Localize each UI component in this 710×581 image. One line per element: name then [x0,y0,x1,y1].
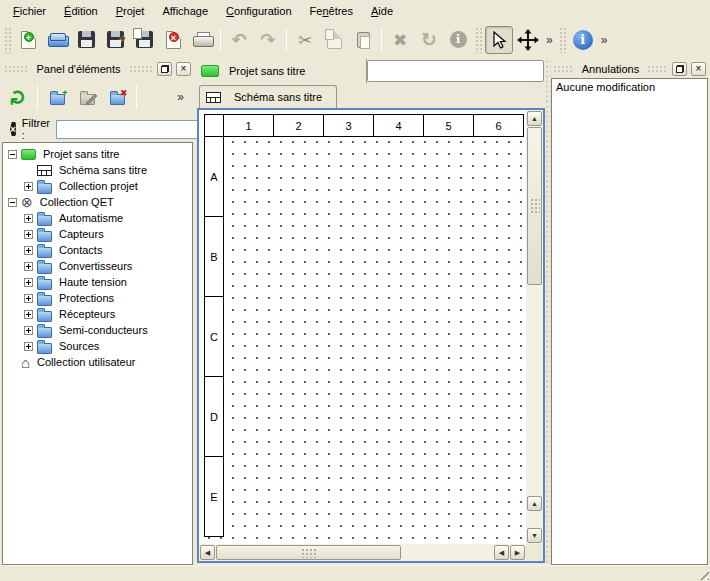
tree-item[interactable]: Projet sans titre [3,146,192,162]
copy-button[interactable] [320,26,348,54]
edit-category-button[interactable] [73,83,101,111]
print-button[interactable] [188,26,216,54]
tree-expander[interactable] [24,262,33,271]
float-panel-button[interactable] [672,62,687,76]
float-panel-button[interactable] [157,62,172,76]
tree-item[interactable]: ⊗ Collection QET [3,194,192,210]
tree-item[interactable]: Récepteurs [3,306,192,322]
save-icon [78,31,95,48]
rotate-button[interactable]: ↻ [415,26,443,54]
cut-button[interactable]: ✂ [291,26,319,54]
toolbar-handle[interactable] [4,27,11,53]
toolbar-overflow-chevron[interactable]: » [543,33,556,47]
paste-button[interactable] [349,26,377,54]
scroll-left-button[interactable]: ◀ [200,545,215,560]
undo-panel-header[interactable]: Annulations × [551,59,708,78]
select-tool-button[interactable] [485,26,513,54]
tree-item[interactable]: Protections [3,290,192,306]
redo-icon: ↷ [260,31,275,49]
cursor-arrow-icon [491,31,507,49]
tree-item[interactable]: Schéma sans titre [3,162,192,178]
tree-expander[interactable] [24,246,33,255]
element-info-button[interactable]: i [444,26,472,54]
save-all-button[interactable] [130,26,158,54]
clear-filter-icon[interactable]: × [10,122,16,136]
vertical-scroll-thumb[interactable] [527,127,542,285]
save-button[interactable] [72,26,100,54]
tree-item[interactable]: Collection projet [3,178,192,194]
delete-folder-icon: ✖ [110,94,125,105]
diagram-sheet: 123456 ABCDE [204,114,524,537]
close-panel-button[interactable]: × [691,62,706,76]
tree-expander[interactable] [24,326,33,335]
project-tab[interactable]: Projet sans titre [197,59,367,83]
scroll-up-button[interactable]: ▲ [527,496,542,511]
tree-expander[interactable] [24,294,33,303]
menu-item[interactable]: Configuration [217,2,300,20]
tree-expander[interactable] [24,278,33,287]
tree-expander[interactable] [24,310,33,319]
ruler-column-label: 3 [324,114,374,137]
menu-item[interactable]: Édition [55,2,107,20]
tree-item-label: Récepteurs [57,307,117,321]
tree-item[interactable]: Sources [3,338,192,354]
toolbar-handle[interactable] [475,27,482,53]
resize-grip[interactable] [696,567,709,580]
menu-item[interactable]: Projet [107,2,154,20]
scroll-up-button[interactable]: ▲ [527,111,542,126]
tree-item[interactable]: Contacts [3,242,192,258]
reload-collections-button[interactable]: ↻ [4,83,32,111]
menu-item[interactable]: Fichier [4,2,55,20]
save-as-button[interactable] [101,26,129,54]
tree-item[interactable]: Automatisme [3,210,192,226]
close-document-button[interactable]: × [159,26,187,54]
horizontal-scrollbar[interactable]: ◀ ◀ ▶ [199,544,526,561]
undo-list-item[interactable]: Aucune modification [552,79,707,95]
schema-tab[interactable]: Schéma sans titre [199,85,337,108]
filter-input[interactable] [56,120,206,139]
horizontal-scroll-thumb[interactable] [216,545,401,560]
tree-item-label: Schéma sans titre [57,163,149,177]
undo-button[interactable]: ↶ [225,26,253,54]
delete-category-button[interactable]: ✖ [103,83,131,111]
menu-item[interactable]: Aide [362,2,402,20]
elements-panel-header[interactable]: Panel d'éléments × [2,59,193,78]
ruler-row-label: A [204,137,224,217]
qelectrotech-window: { "ui": { "chevron": "»" }, "icons": { "… [0,0,710,581]
tree-expander[interactable] [24,182,33,191]
tree-item[interactable]: ⌂ Collection utilisateur [3,354,192,370]
tree-expander[interactable] [24,342,33,351]
copy-icon [327,31,342,49]
new-category-button[interactable]: + [43,83,71,111]
tree-item[interactable]: Semi-conducteurs [3,322,192,338]
redo-button[interactable]: ↷ [254,26,282,54]
tree-item-icon [37,243,52,258]
new-document-button[interactable]: + [14,26,42,54]
panel-toolbar-overflow-chevron[interactable]: » [174,90,187,104]
menu-item[interactable]: Fenêtres [301,2,362,20]
vertical-scrollbar[interactable]: ▲ ▲ ▼ [526,110,543,544]
menu-item[interactable]: Affichage [153,2,217,20]
scroll-left-button[interactable]: ◀ [494,545,509,560]
menu-bar: FichierÉditionProjetAffichageConfigurati… [0,0,710,21]
toolbar-separator [220,28,221,52]
tree-item[interactable]: Capteurs [3,226,192,242]
diagram-canvas[interactable]: 123456 ABCDE [199,110,526,544]
tree-item-icon [37,227,52,242]
tree-expander[interactable] [8,150,17,159]
scroll-down-button[interactable]: ▼ [527,528,542,543]
delete-button[interactable]: ✖ [386,26,414,54]
close-panel-button[interactable]: × [176,62,191,76]
open-document-button[interactable] [43,26,71,54]
tree-item[interactable]: Convertisseurs [3,258,192,274]
move-tool-button[interactable] [514,26,542,54]
tree-expander[interactable] [8,198,17,207]
tree-item[interactable]: Haute tension [3,274,192,290]
tree-expander[interactable] [24,230,33,239]
tree-expander[interactable] [24,214,33,223]
scroll-right-button[interactable]: ▶ [510,545,525,560]
toolbar-handle[interactable] [559,27,566,53]
qet-information-button[interactable]: i [569,26,597,54]
toolbar-overflow-chevron[interactable]: » [598,33,611,47]
project-icon [21,149,36,160]
